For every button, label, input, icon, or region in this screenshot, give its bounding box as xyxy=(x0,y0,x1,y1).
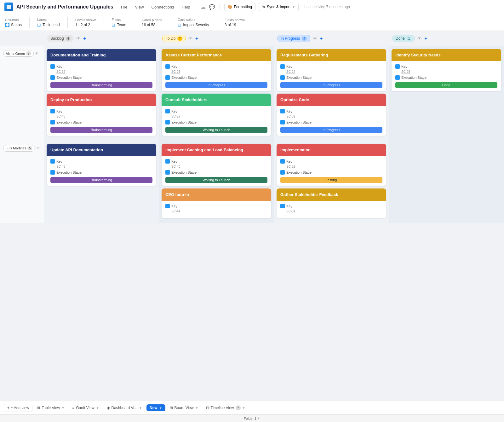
card-doc-training-header: Documentation and Training xyxy=(47,49,156,61)
cards-plotted-control[interactable]: Cards plotted 16 of 58 xyxy=(142,18,162,27)
card-deploy-prod[interactable]: Deploy to Production Key SC-43 Execution… xyxy=(47,94,156,136)
last-activity: Last activity: 7 minutes ago xyxy=(304,5,350,9)
menu-help[interactable]: Help xyxy=(180,4,192,10)
menu-view[interactable]: View xyxy=(134,4,145,10)
chat-icon[interactable]: 💬 xyxy=(209,4,215,10)
done-add-icon[interactable]: + xyxy=(424,36,427,41)
controls-bar: Columns Status Lanes ⊟ Task Lead Levels … xyxy=(0,14,504,31)
columns-control[interactable]: Columns Status xyxy=(5,18,22,27)
tab-board[interactable]: ⊞ Board View ▼ xyxy=(167,404,202,412)
fields-shown-control[interactable]: Fields shown 3 of 19 xyxy=(225,18,245,27)
lane-aisha-todo: Assess Current Performance Key SC-26 Exe… xyxy=(159,46,274,141)
card-gather-feedback[interactable]: Gather Stakeholder Feedback Key SC-31 xyxy=(277,188,386,218)
timeline-icon: ⊟ xyxy=(206,406,209,410)
sep6 xyxy=(217,17,217,28)
lane-aisha: Aisha Green 7 👁 Documentation and Traini… xyxy=(0,46,504,141)
sep2 xyxy=(67,17,68,28)
backlog-hide-icon[interactable]: 👁 xyxy=(76,36,81,41)
column-headers: Backlog 4 👁 + To Do 7 👁 + In Progress xyxy=(0,31,504,46)
card-colors-control[interactable]: Card colors ⊟ Impact Severity xyxy=(178,18,209,27)
board-icon: ⊞ xyxy=(170,406,173,410)
cloud-icon[interactable]: ☁ xyxy=(201,4,206,10)
gantt-icon: ≡ xyxy=(72,406,74,410)
filters-icon: ⊟ xyxy=(112,22,115,27)
lane-label-luis: Luis Martinez 5 👁 xyxy=(0,141,44,223)
filters-control[interactable]: Filters ⊟ Team xyxy=(112,18,126,27)
todo-hide-icon[interactable]: 👁 xyxy=(188,36,193,41)
card-key-field: Key xyxy=(50,64,152,69)
lane-luis-badge: Luis Martinez 5 xyxy=(3,145,35,152)
col-header-backlog: Backlog 4 👁 + xyxy=(44,33,159,43)
card-colors-icon: ⊟ xyxy=(178,22,181,27)
card-assess-perf[interactable]: Assess Current Performance Key SC-26 Exe… xyxy=(162,49,271,91)
sync-dropdown-icon: ▼ xyxy=(292,5,295,9)
card-deploy-prod-header: Deploy to Production xyxy=(47,94,156,106)
card-consult-header: Consult Stakeholders xyxy=(162,94,271,106)
col-header-inprogress: In Progress 4 👁 + xyxy=(274,33,389,43)
formatting-icon: 🎨 xyxy=(228,5,232,9)
card-optimize-header: Optimize Code xyxy=(277,94,386,106)
lane-aisha-hide[interactable]: 👁 xyxy=(35,51,39,56)
lane-aisha-badge: Aisha Green 7 xyxy=(3,50,34,57)
inprogress-add-icon[interactable]: + xyxy=(320,36,323,41)
card-identify-security[interactable]: Identify Security Needs Key SC-25 Execut… xyxy=(392,49,501,91)
card-consult-stakeholders[interactable]: Consult Stakeholders Key SC-27 Execution… xyxy=(162,94,271,136)
dashboard-icon: ◉ xyxy=(107,406,110,410)
lane-label-aisha: Aisha Green 7 👁 xyxy=(0,46,44,141)
lane-luis-done xyxy=(389,141,504,223)
card-update-api-doc[interactable]: Update API Documentation Key SC-46 Execu… xyxy=(47,144,156,186)
sep4 xyxy=(134,17,134,28)
lane-luis-backlog: Update API Documentation Key SC-46 Execu… xyxy=(44,141,159,223)
col-header-done: Done 1 👁 + xyxy=(389,33,504,43)
card-req-gathering[interactable]: Requirements Gathering Key SC-24 Executi… xyxy=(277,49,386,91)
lane-aisha-inprogress: Requirements Gathering Key SC-24 Executi… xyxy=(274,46,389,141)
sync-button[interactable]: ↻ Sync & Import ▼ xyxy=(259,3,299,11)
sep3 xyxy=(104,17,104,28)
card-caching-header: Implement Caching and Load Balancing xyxy=(162,144,271,156)
todo-badge: To Do 7 xyxy=(162,35,186,42)
menu-connections[interactable]: Connections xyxy=(150,4,175,10)
card-ceo-loopin[interactable]: CEO loop-in Key SC-44 xyxy=(162,188,271,218)
card-doc-training[interactable]: Documentation and Training Key SC-32 Exe… xyxy=(47,49,156,91)
col-header-todo: To Do 7 👁 + xyxy=(159,33,274,43)
levels-control[interactable]: Levels shown 1 - 2 of 2 xyxy=(75,18,96,27)
sep5 xyxy=(170,17,170,28)
folder-dropdown-icon[interactable]: ▼ xyxy=(257,417,260,420)
plus-icon: + xyxy=(7,406,9,410)
header-spacer xyxy=(0,33,44,43)
card-implementation[interactable]: Implementation Key SC-29 Execution Stage xyxy=(277,144,386,186)
backlog-add-icon[interactable]: + xyxy=(83,36,86,41)
tab-gantt[interactable]: ≡ Gantt View ▼ xyxy=(69,404,102,412)
lane-luis: Luis Martinez 5 👁 Update API Documentati… xyxy=(0,141,504,223)
sync-icon: ↻ xyxy=(262,5,265,9)
menu-file[interactable]: File xyxy=(120,4,129,10)
tab-timeline[interactable]: ⊟ Timeline View ? ▼ xyxy=(203,404,249,412)
app-title: API Security and Performance Upgrades xyxy=(16,4,113,10)
sep1 xyxy=(29,17,30,28)
done-badge: Done 1 xyxy=(392,35,415,42)
lane-luis-inprogress: Implementation Key SC-29 Execution Stage xyxy=(274,141,389,223)
tab-table[interactable]: ⊞ Table View ▼ xyxy=(34,404,68,412)
done-hide-icon[interactable]: 👁 xyxy=(417,36,422,41)
folder-bar: Folder 1 ▼ xyxy=(0,414,504,422)
lanes-control[interactable]: Lanes ⊟ Task Lead xyxy=(37,18,60,27)
help-icon[interactable]: ? xyxy=(236,405,241,410)
tab-dashboard[interactable]: ◉ Dashboard Vi... ▼ xyxy=(104,404,145,412)
bottom-bar: + + Add view ⊞ Table View ▼ ≡ Gantt View… xyxy=(0,401,504,414)
formatting-button[interactable]: 🎨 Formatting xyxy=(224,3,255,11)
status-icon xyxy=(5,23,9,27)
card-caching-lb[interactable]: Implement Caching and Load Balancing Key… xyxy=(162,144,271,186)
card-ceo-header: CEO loop-in xyxy=(162,188,271,201)
card-optimize-code[interactable]: Optimize Code Key SC-39 Execution Stage xyxy=(277,94,386,136)
lane-luis-todo: Implement Caching and Load Balancing Key… xyxy=(159,141,274,223)
inprogress-badge: In Progress 4 xyxy=(277,35,310,42)
lane-luis-hide[interactable]: 👁 xyxy=(36,146,40,150)
inprogress-hide-icon[interactable]: 👁 xyxy=(313,36,317,41)
lanes-icon: ⊟ xyxy=(37,22,41,27)
tab-new[interactable]: New ▼ xyxy=(146,404,165,411)
card-req-header: Requirements Gathering xyxy=(277,49,386,61)
todo-add-icon[interactable]: + xyxy=(195,36,198,41)
menu-bar: File View Connections Help xyxy=(120,4,192,10)
add-view-button[interactable]: + + Add view xyxy=(4,404,32,412)
card-gather-header: Gather Stakeholder Feedback xyxy=(277,188,386,201)
